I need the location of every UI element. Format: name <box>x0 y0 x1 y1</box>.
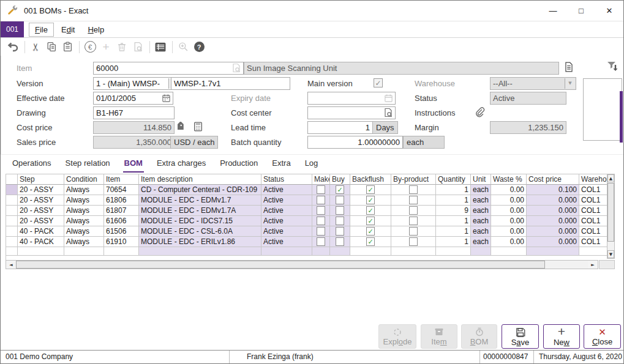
grid-vertical-scrollbar[interactable]: ▲ ▼ <box>607 174 615 259</box>
cell-condition[interactable]: Always <box>64 195 104 206</box>
menu-help[interactable]: Help <box>82 23 110 36</box>
column-header-make[interactable]: Make <box>312 174 330 185</box>
cell-warehouse[interactable]: COL1 <box>579 206 607 216</box>
cell-by_product[interactable] <box>391 237 436 247</box>
undo-icon[interactable] <box>6 40 20 54</box>
cell-step[interactable]: 40 - PACK <box>18 226 64 237</box>
menu-edit[interactable]: Edit <box>56 23 80 36</box>
cell-warehouse[interactable]: COL1 <box>579 226 607 237</box>
cell-step[interactable]: 20 - ASSY <box>18 195 64 206</box>
warehouse-dropdown-arrow[interactable]: ▼ <box>565 78 575 89</box>
cell-warehouse[interactable]: COL1 <box>579 216 607 226</box>
scroll-up-icon[interactable]: ▲ <box>607 174 614 182</box>
tab-log[interactable]: Log <box>304 155 320 173</box>
cell-waste[interactable]: 0.00 <box>491 216 527 226</box>
copy-icon[interactable] <box>44 40 59 54</box>
right-edge-scroll-thumb[interactable] <box>620 91 623 143</box>
maximize-button[interactable]: □ <box>567 1 595 21</box>
cost-center-field[interactable] <box>307 106 396 119</box>
expiry-date-field[interactable] <box>307 92 396 105</box>
cell-quantity[interactable]: 1 <box>436 237 471 247</box>
version-dropdown[interactable]: 1 - (Main) WMSP- ▼ <box>93 77 180 90</box>
cell-make[interactable] <box>312 206 330 216</box>
scroll-left-icon[interactable]: ◄ <box>6 261 16 269</box>
item-code-field[interactable]: 60000 <box>93 62 244 75</box>
cell-condition[interactable]: Always <box>64 226 104 237</box>
backflush-checkbox[interactable]: ✓ <box>366 206 375 215</box>
cell-backflush[interactable]: ✓ <box>350 206 391 216</box>
save-button[interactable]: Save <box>502 324 539 349</box>
search-icon[interactable] <box>383 108 393 117</box>
cell-by_product[interactable] <box>391 216 436 226</box>
cell-step[interactable]: 20 - ASSY <box>18 216 64 226</box>
version-name-field[interactable]: WMSP-1.7v1 <box>171 77 290 90</box>
vertical-scroll-thumb[interactable] <box>607 183 614 242</box>
backflush-checkbox[interactable]: ✓ <box>366 185 375 194</box>
cell-condition[interactable]: Always <box>64 237 104 247</box>
cell-waste[interactable]: 0.00 <box>491 195 527 206</box>
column-header-warehouse[interactable]: Warehouse <box>579 174 607 185</box>
close-window-button[interactable]: ✕ <box>595 1 623 21</box>
main-version-checkbox[interactable]: ✓ <box>374 78 383 87</box>
column-header-condition[interactable]: Condition <box>64 174 104 185</box>
calculator-icon[interactable] <box>193 121 203 132</box>
effective-date-field[interactable]: 01/01/2005 <box>93 92 173 105</box>
cut-icon[interactable]: ✂ <box>28 40 43 54</box>
menu-file[interactable]: File <box>29 23 54 37</box>
document-icon[interactable] <box>563 61 574 73</box>
horizontal-scroll-thumb[interactable] <box>16 261 545 269</box>
row-selector[interactable] <box>6 237 18 247</box>
tab-production[interactable]: Production <box>219 155 259 173</box>
cell-waste[interactable]: 0.00 <box>491 226 527 237</box>
cell-buy[interactable]: ✓ <box>330 185 350 195</box>
cell-item[interactable]: 61606 <box>104 216 139 226</box>
cell-backflush[interactable]: ✓ <box>350 216 391 226</box>
calendar-icon[interactable] <box>162 94 171 103</box>
cell-make[interactable] <box>312 195 330 206</box>
cell-item[interactable]: 61910 <box>104 237 139 247</box>
cell-quantity[interactable]: 1 <box>436 216 471 226</box>
cell-condition[interactable]: Always <box>64 216 104 226</box>
cell-waste[interactable]: 0.00 <box>491 185 527 195</box>
cell-by_product[interactable] <box>391 226 436 237</box>
scroll-down-icon[interactable]: ▼ <box>607 250 614 258</box>
column-header-status[interactable]: Status <box>261 174 312 185</box>
by_product-checkbox[interactable] <box>409 227 418 236</box>
column-header-step[interactable]: Step <box>18 174 64 185</box>
cell-step[interactable]: 20 - ASSY <box>18 206 64 216</box>
column-header-item[interactable]: Item <box>104 174 139 185</box>
cell-quantity[interactable]: 1 <box>436 195 471 206</box>
by_product-checkbox[interactable] <box>409 217 418 225</box>
scroll-right-icon[interactable]: ► <box>588 261 598 269</box>
row-selector[interactable] <box>6 185 18 195</box>
row-selector[interactable] <box>6 206 18 216</box>
backflush-checkbox[interactable]: ✓ <box>366 217 375 225</box>
cell-buy[interactable] <box>330 216 350 226</box>
cell-step[interactable]: 20 - ASSY▼ <box>18 185 64 195</box>
close-button[interactable]: ✕Close <box>584 324 621 349</box>
cell-item[interactable]: 61806 <box>104 195 139 206</box>
filter-icon[interactable] <box>606 61 618 72</box>
tab-step-relation[interactable]: Step relation <box>64 155 111 173</box>
backflush-checkbox[interactable]: ✓ <box>366 237 375 246</box>
by_product-checkbox[interactable] <box>409 185 418 194</box>
cell-quantity[interactable]: 1 <box>436 226 471 237</box>
list-icon[interactable] <box>153 40 168 54</box>
cell-make[interactable] <box>312 185 330 195</box>
cell-condition[interactable]: Always <box>64 185 104 195</box>
cell-buy[interactable] <box>330 195 350 206</box>
column-header-buy[interactable]: Buy <box>330 174 350 185</box>
column-header-backflush[interactable]: Backflush <box>350 174 391 185</box>
paste-icon[interactable] <box>60 40 75 54</box>
cell-item[interactable]: 61807 <box>104 206 139 216</box>
by_product-checkbox[interactable] <box>409 196 418 204</box>
row-selector[interactable] <box>6 226 18 237</box>
cell-waste[interactable]: 0.00 <box>491 237 527 247</box>
drawing-field[interactable]: B1-H67 <box>93 106 175 119</box>
cell-backflush[interactable]: ✓ <box>350 226 391 237</box>
column-header-description[interactable]: Item description <box>139 174 261 185</box>
tab-operations[interactable]: Operations <box>11 155 53 173</box>
cell-warehouse[interactable]: COL1 <box>579 237 607 247</box>
cell-buy[interactable] <box>330 206 350 216</box>
column-header-quantity[interactable]: Quantity <box>436 174 471 185</box>
